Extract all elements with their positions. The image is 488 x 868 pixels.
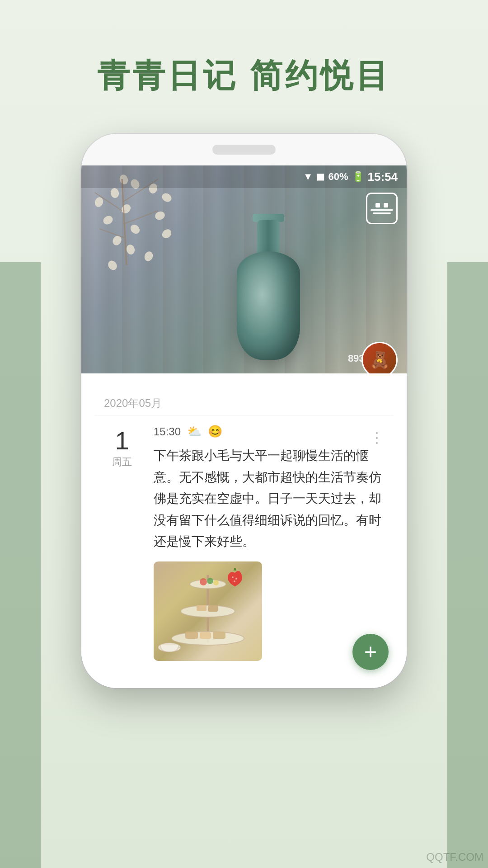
date-number: 1: [115, 428, 129, 453]
svg-line-4: [99, 229, 124, 238]
svg-rect-14: [185, 632, 198, 639]
page-background: 青青日记 简约悦目: [0, 0, 488, 868]
watermark: QQTF.COM: [426, 851, 483, 863]
cal-line-2: [373, 212, 391, 214]
vase-body: [237, 251, 300, 360]
cal-line: [371, 209, 393, 211]
entry-more-button[interactable]: ⋮: [370, 429, 384, 446]
svg-point-8: [207, 578, 213, 584]
svg-line-3: [123, 211, 158, 224]
entry-meta: 15:30 ⛅ 😊: [154, 425, 389, 439]
battery-icon: 🔋: [352, 171, 364, 183]
tea-photo-bg: [154, 561, 262, 661]
svg-rect-11: [197, 605, 206, 611]
branch-svg: [86, 175, 176, 265]
app-title: 青青日记 简约悦目: [97, 54, 391, 98]
svg-point-19: [235, 578, 237, 580]
cal-dot-2: [384, 203, 388, 208]
mood-icon: 😊: [208, 425, 222, 439]
svg-rect-12: [208, 605, 218, 612]
svg-point-7: [200, 578, 207, 585]
svg-point-9: [213, 580, 219, 585]
status-bar: ▼ ◼ 60% 🔋 15:54: [81, 165, 407, 188]
date-weekday: 周五: [112, 455, 132, 469]
cal-dot-1: [375, 203, 380, 208]
status-bar-right: ▼ ◼ 60% 🔋 15:54: [303, 170, 398, 184]
entry-time: 15:30: [154, 425, 181, 438]
svg-rect-15: [200, 632, 211, 639]
entry-photo: [154, 561, 262, 661]
vase-decoration: [228, 224, 309, 360]
phone-mockup: ▼ ◼ 60% 🔋 15:54 893514851 🧸: [81, 134, 407, 688]
svg-point-18: [232, 576, 234, 578]
vase-neck: [257, 220, 280, 256]
weather-icon: ⛅: [187, 425, 202, 439]
user-avatar: 🧸: [361, 342, 398, 373]
battery-percent: 60%: [328, 171, 348, 183]
tea-stand-svg: [154, 561, 262, 661]
clock: 15:54: [368, 170, 398, 184]
svg-rect-16: [213, 632, 225, 639]
wifi-icon: ▼: [303, 171, 313, 183]
diary-entry[interactable]: 1 周五 15:30 ⛅ 😊 下午茶跟小毛与大平一起聊慢生活的惬意。无不感慨，大…: [95, 415, 393, 670]
entry-content: 15:30 ⛅ 😊 下午茶跟小毛与大平一起聊慢生活的惬意。无不感慨，大都市超快的…: [145, 425, 389, 661]
phone-speaker: [212, 145, 276, 155]
content-area: 2020年05月 1 周五 15:30 ⛅ 😊 下午茶跟小毛与大平一起聊慢生活的…: [81, 373, 407, 688]
svg-line-0: [122, 179, 127, 265]
svg-line-1: [95, 193, 122, 211]
hero-image: ▼ ◼ 60% 🔋 15:54 893514851 🧸: [81, 165, 407, 373]
calendar-icon[interactable]: [366, 193, 398, 224]
month-label: 2020年05月: [95, 387, 393, 415]
calendar-dots: [375, 203, 388, 208]
signal-icon: ◼: [316, 171, 324, 183]
svg-point-20: [234, 580, 235, 582]
entry-text: 下午茶跟小毛与大平一起聊慢生活的惬意。无不感慨，大都市超快的生活节奏仿佛是充实在…: [154, 445, 389, 552]
fab-add-button[interactable]: +: [352, 634, 389, 670]
date-column: 1 周五: [99, 425, 145, 661]
phone-top-bar: [81, 134, 407, 165]
flower-decoration: [86, 175, 176, 265]
